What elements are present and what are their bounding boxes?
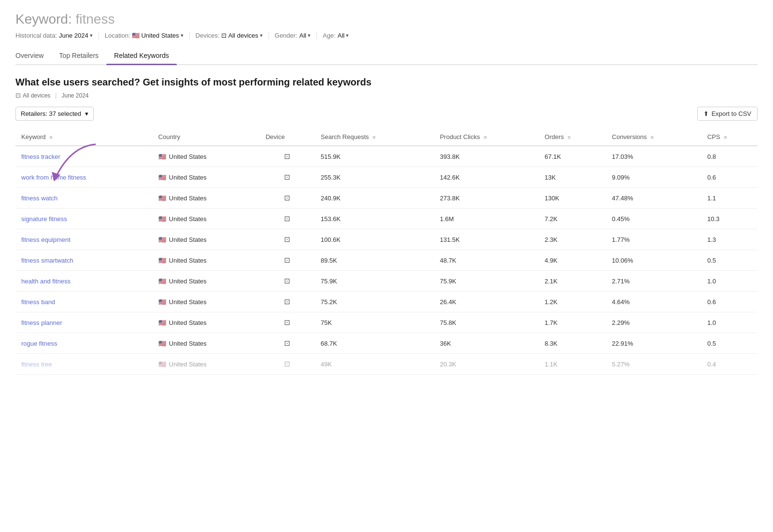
col-search-requests[interactable]: Search Requests ≡: [315, 128, 434, 146]
device-icon: ⊡: [284, 297, 290, 306]
country-cell: 🇺🇸United States: [153, 167, 260, 188]
related-keywords-table: Keyword ≡ Country Device Search Requests…: [15, 128, 758, 375]
section-title: What else users searched? Get insights o…: [15, 77, 758, 88]
keyword-cell[interactable]: fitness tracker: [15, 146, 153, 167]
search-requests-cell: 75.9K: [315, 271, 434, 292]
keyword-link[interactable]: fitness tree: [21, 361, 52, 368]
country-cell: 🇺🇸United States: [153, 312, 260, 333]
table-row: fitness tracker🇺🇸United States⊡515.9K393…: [15, 146, 758, 167]
orders-cell: 7.2K: [539, 209, 606, 229]
country-flag-icon: 🇺🇸: [158, 340, 166, 347]
keyword-link[interactable]: fitness watch: [21, 195, 57, 202]
device-icon: ⊡: [284, 277, 290, 285]
cps-cell: 1.1: [701, 188, 758, 209]
country-flag-icon: 🇺🇸: [158, 236, 166, 243]
conversions-cell: 47.48%: [606, 188, 701, 209]
device-cell: ⊡: [260, 292, 315, 312]
table-row: fitness watch🇺🇸United States⊡240.9K273.8…: [15, 188, 758, 209]
conversions-cell: 1.77%: [606, 229, 701, 250]
retailers-dropdown[interactable]: Retailers: 37 selected ▾: [15, 107, 94, 121]
device-cell: ⊡: [260, 229, 315, 250]
col-conversions[interactable]: Conversions ≡: [606, 128, 701, 146]
conversions-cell: 2.29%: [606, 312, 701, 333]
keyword-link[interactable]: health and fitness: [21, 278, 71, 285]
col-product-clicks[interactable]: Product Clicks ≡: [434, 128, 539, 146]
table-row: work from home fitness🇺🇸United States⊡25…: [15, 167, 758, 188]
orders-cell: 130K: [539, 188, 606, 209]
keyword-link[interactable]: rogue fitness: [21, 340, 57, 347]
orders-cell: 1.2K: [539, 292, 606, 312]
filters-bar: Historical data: June 2024 ▾ Location: 🇺…: [15, 32, 758, 39]
device-icon: ⊡: [284, 152, 290, 161]
keyword-link[interactable]: fitness tracker: [21, 153, 60, 160]
product-clicks-cell: 131.5K: [434, 229, 539, 250]
keyword-cell[interactable]: rogue fitness: [15, 333, 153, 354]
table-row: fitness tree🇺🇸United States⊡49K20.3K1.1K…: [15, 354, 758, 375]
gender-caret-icon: ▾: [308, 32, 311, 39]
devices-filter[interactable]: Devices: ⊡ All devices ▾: [190, 32, 269, 39]
age-filter[interactable]: Age: All ▾: [317, 32, 355, 39]
gender-filter[interactable]: Gender: All ▾: [269, 32, 317, 39]
conversions-cell: 5.27%: [606, 354, 701, 375]
search-requests-sort-icon: ≡: [372, 134, 375, 140]
location-filter[interactable]: Location: 🇺🇸 United States ▾: [99, 32, 190, 39]
keyword-cell[interactable]: fitness watch: [15, 188, 153, 209]
country-cell: 🇺🇸United States: [153, 292, 260, 312]
keyword-link[interactable]: work from home fitness: [21, 174, 86, 181]
tab-overview[interactable]: Overview: [15, 48, 51, 64]
table-row: fitness band🇺🇸United States⊡75.2K26.4K1.…: [15, 292, 758, 312]
search-requests-cell: 68.7K: [315, 333, 434, 354]
keyword-cell[interactable]: fitness equipment: [15, 229, 153, 250]
keyword-link[interactable]: fitness band: [21, 298, 55, 306]
orders-cell: 1.7K: [539, 312, 606, 333]
keyword-cell[interactable]: fitness smartwatch: [15, 250, 153, 271]
cps-cell: 1.3: [701, 229, 758, 250]
devices-caret-icon: ▾: [260, 32, 263, 39]
keyword-link[interactable]: fitness smartwatch: [21, 257, 73, 264]
col-orders[interactable]: Orders ≡: [539, 128, 606, 146]
export-button[interactable]: ⬆ Export to CSV: [697, 107, 758, 121]
tabs-nav: Overview Top Retailers Related Keywords: [15, 48, 758, 65]
keyword-link[interactable]: fitness equipment: [21, 236, 71, 243]
cps-cell: 0.4: [701, 354, 758, 375]
orders-cell: 2.1K: [539, 271, 606, 292]
keyword-link[interactable]: signature fitness: [21, 215, 67, 223]
keyword-cell[interactable]: signature fitness: [15, 209, 153, 229]
device-cell: ⊡: [260, 167, 315, 188]
country-flag-icon: 🇺🇸: [158, 153, 166, 160]
cps-cell: 0.8: [701, 146, 758, 167]
keyword-cell[interactable]: fitness band: [15, 292, 153, 312]
country-flag-icon: 🇺🇸: [158, 298, 166, 306]
keyword-cell[interactable]: fitness tree: [15, 354, 153, 375]
keyword-link[interactable]: fitness planner: [21, 319, 62, 326]
col-keyword[interactable]: Keyword ≡: [15, 128, 153, 146]
product-clicks-cell: 75.9K: [434, 271, 539, 292]
product-clicks-sort-icon: ≡: [484, 134, 487, 140]
search-requests-cell: 153.6K: [315, 209, 434, 229]
product-clicks-cell: 393.8K: [434, 146, 539, 167]
product-clicks-cell: 142.6K: [434, 167, 539, 188]
table-header-row: Keyword ≡ Country Device Search Requests…: [15, 128, 758, 146]
tab-related-keywords[interactable]: Related Keywords: [106, 48, 177, 64]
cps-cell: 1.0: [701, 312, 758, 333]
historical-filter[interactable]: Historical data: June 2024 ▾: [15, 32, 99, 39]
country-flag-icon: 🇺🇸: [158, 257, 166, 264]
table-wrapper: Keyword ≡ Country Device Search Requests…: [15, 128, 758, 375]
keyword-cell[interactable]: health and fitness: [15, 271, 153, 292]
table-row: fitness planner🇺🇸United States⊡75K75.8K1…: [15, 312, 758, 333]
device-cell: ⊡: [260, 146, 315, 167]
keyword-cell[interactable]: fitness planner: [15, 312, 153, 333]
search-requests-cell: 49K: [315, 354, 434, 375]
device-icon: ⊡: [284, 318, 290, 327]
conversions-cell: 0.45%: [606, 209, 701, 229]
col-cps[interactable]: CPS ≡: [701, 128, 758, 146]
cps-cell: 0.6: [701, 292, 758, 312]
keyword-cell[interactable]: work from home fitness: [15, 167, 153, 188]
conversions-cell: 22.91%: [606, 333, 701, 354]
orders-cell: 8.3K: [539, 333, 606, 354]
conversions-cell: 2.71%: [606, 271, 701, 292]
cps-sort-icon: ≡: [724, 134, 727, 140]
page-title-keyword: fitness: [76, 12, 115, 27]
device-cell: ⊡: [260, 250, 315, 271]
tab-top-retailers[interactable]: Top Retailers: [51, 48, 106, 64]
